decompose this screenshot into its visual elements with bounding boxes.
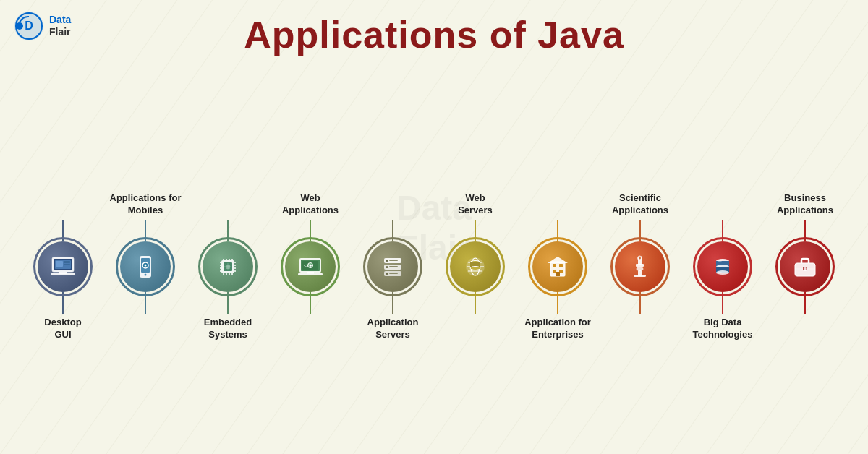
svg-rect-75 <box>636 264 644 267</box>
svg-rect-10 <box>59 272 67 274</box>
circle-0 <box>38 241 88 292</box>
svg-text:</>: </> <box>304 262 312 269</box>
svg-rect-20 <box>221 260 234 273</box>
item-desktop-gui: DesktopGUI <box>23 184 103 350</box>
svg-rect-64 <box>470 262 480 268</box>
svg-rect-50 <box>384 265 401 270</box>
svg-point-53 <box>386 266 388 268</box>
item-5-top-label: WebServers <box>458 184 493 220</box>
svg-rect-8 <box>54 259 72 270</box>
chip-icon <box>214 253 242 280</box>
svg-rect-67 <box>550 262 565 276</box>
svg-rect-41 <box>299 258 321 273</box>
item-enterprises: Application forEnterprises <box>518 184 597 350</box>
item-web-apps: WebApplications </> <box>271 184 350 350</box>
svg-marker-72 <box>548 257 568 263</box>
item-0-bottom-label: DesktopGUI <box>44 314 81 350</box>
svg-rect-16 <box>141 258 150 273</box>
svg-rect-69 <box>559 264 563 267</box>
item-app-servers: ApplicationServers <box>353 184 433 350</box>
svg-rect-43 <box>298 273 323 275</box>
svg-rect-91 <box>803 267 807 270</box>
svg-rect-15 <box>140 256 151 278</box>
svg-rect-40 <box>226 265 230 269</box>
circle-6 <box>532 241 583 292</box>
item-web-servers: WebServers <box>435 184 515 350</box>
item-mobile-apps: Applications forMobiles <box>106 184 185 350</box>
svg-point-85 <box>716 270 729 275</box>
circle-7 <box>615 241 665 292</box>
svg-point-59 <box>471 258 480 275</box>
svg-point-17 <box>145 274 147 276</box>
svg-rect-21 <box>224 262 232 271</box>
circle-1 <box>120 241 171 292</box>
svg-rect-66 <box>550 262 565 276</box>
svg-point-63 <box>470 261 480 265</box>
svg-rect-42 <box>301 260 320 271</box>
item-2-bottom-label: EmbeddedSystems <box>204 314 252 350</box>
svg-point-47 <box>310 265 312 267</box>
circle-9 <box>780 241 830 292</box>
svg-rect-51 <box>384 271 401 276</box>
circle-5 <box>450 241 501 292</box>
svg-point-18 <box>142 262 148 268</box>
item-scientific: ScientificApplications <box>600 184 680 350</box>
svg-rect-90 <box>795 263 815 276</box>
svg-rect-56 <box>389 266 398 267</box>
svg-rect-71 <box>559 270 563 273</box>
item-embedded: EmbeddedSystems <box>188 184 268 350</box>
circle-3: </> <box>285 241 336 292</box>
svg-point-83 <box>716 265 729 269</box>
svg-rect-11 <box>55 260 71 269</box>
svg-rect-70 <box>553 270 556 273</box>
svg-point-81 <box>716 259 729 263</box>
svg-point-88 <box>718 272 722 273</box>
svg-point-86 <box>718 260 722 262</box>
svg-rect-14 <box>64 264 70 265</box>
svg-rect-45 <box>302 261 318 270</box>
circle-8 <box>697 241 748 292</box>
svg-point-52 <box>386 260 388 262</box>
svg-point-87 <box>718 266 722 267</box>
item-8-bottom-label: Big DataTechnologies <box>693 314 753 350</box>
bigdata-icon <box>709 253 736 280</box>
circle-4 <box>367 241 418 292</box>
svg-point-54 <box>386 273 388 275</box>
svg-rect-82 <box>716 261 729 267</box>
svg-point-76 <box>637 267 644 271</box>
item-3-top-label: WebApplications <box>282 184 339 220</box>
svg-rect-12 <box>56 261 63 267</box>
svg-rect-6 <box>52 257 74 272</box>
svg-rect-55 <box>389 260 398 261</box>
enterprise-icon <box>544 253 571 280</box>
svg-point-79 <box>638 256 642 260</box>
item-business: BusinessApplications <box>765 184 845 350</box>
svg-point-58 <box>467 258 484 275</box>
server-icon <box>379 253 407 280</box>
item-4-bottom-label: ApplicationServers <box>367 314 419 350</box>
svg-rect-74 <box>638 257 642 265</box>
svg-rect-9 <box>51 273 75 275</box>
svg-rect-57 <box>389 273 398 274</box>
svg-rect-77 <box>638 270 642 276</box>
webapps-icon: </> <box>297 253 324 280</box>
item-6-bottom-label: Application forEnterprises <box>524 314 591 350</box>
svg-rect-73 <box>556 272 560 276</box>
mobile-icon <box>132 253 159 280</box>
page-title: Applications of Java <box>0 13 868 56</box>
svg-rect-78 <box>634 275 646 277</box>
svg-point-65 <box>470 267 480 270</box>
item-7-top-label: ScientificApplications <box>612 184 668 220</box>
science-icon <box>626 253 654 280</box>
circle-2 <box>203 241 253 292</box>
item-1-top-label: Applications forMobiles <box>110 184 182 220</box>
svg-rect-84 <box>716 267 729 273</box>
desktop-icon <box>49 253 77 280</box>
svg-rect-13 <box>64 261 70 263</box>
svg-point-19 <box>145 265 147 267</box>
item-9-top-label: BusinessApplications <box>777 184 833 220</box>
main-content: DesktopGUI Applications forMobiles <box>0 80 868 454</box>
items-container: DesktopGUI Applications forMobiles <box>0 80 868 454</box>
svg-rect-68 <box>553 264 556 267</box>
business-icon <box>791 253 819 280</box>
